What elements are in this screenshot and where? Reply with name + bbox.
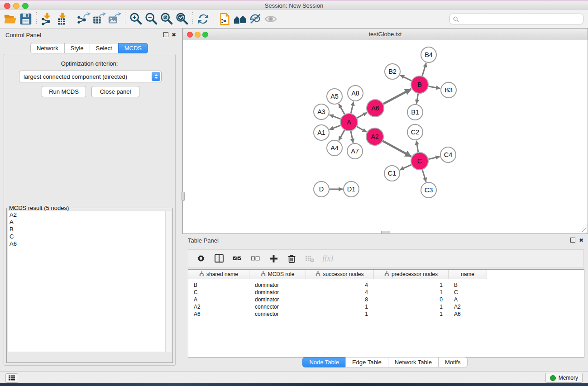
- export-image-icon[interactable]: [107, 11, 122, 27]
- column-header-shared-name[interactable]: shared name: [188, 270, 249, 279]
- zoom-in-icon[interactable]: [128, 11, 143, 27]
- tab-edge-table[interactable]: Edge Table: [345, 357, 388, 367]
- graph-edge-C-C2[interactable]: [416, 141, 418, 152]
- table-cell[interactable]: 1: [306, 303, 374, 310]
- table-cell[interactable]: C: [188, 289, 249, 296]
- graph-node-C[interactable]: C: [411, 152, 428, 170]
- graph-edge-A-A1[interactable]: [330, 125, 341, 129]
- table-cell[interactable]: dominator: [249, 281, 306, 289]
- graph-node-A5[interactable]: A5: [327, 89, 342, 104]
- table-panel-float-button[interactable]: [569, 238, 576, 244]
- splitter-handle-left[interactable]: [182, 192, 185, 201]
- table-cell[interactable]: A6: [188, 310, 249, 318]
- graph-edge-A-A8[interactable]: [351, 102, 354, 114]
- graph-edge-A-A5[interactable]: [339, 104, 344, 114]
- column-header-MCDS-role[interactable]: MCDS role: [249, 270, 306, 279]
- table-cell[interactable]: 1: [374, 303, 449, 310]
- graph-node-B[interactable]: B: [411, 76, 428, 93]
- graph-edge-A-A6[interactable]: [357, 113, 367, 118]
- graph-node-A1[interactable]: A1: [314, 125, 329, 140]
- network-document-icon[interactable]: [217, 11, 232, 27]
- mcds-result-item[interactable]: C: [8, 233, 172, 240]
- table-cell[interactable]: 1: [374, 310, 449, 318]
- mcds-result-item[interactable]: A6: [8, 240, 172, 248]
- table-cell[interactable]: 4: [306, 289, 374, 296]
- graph-edge-B-B3[interactable]: [429, 86, 440, 89]
- search-input[interactable]: [461, 14, 583, 24]
- mcds-result-item[interactable]: A2: [8, 211, 172, 219]
- table-cell[interactable]: A: [188, 296, 249, 303]
- graph-edge-C-C4[interactable]: [429, 157, 440, 159]
- graph-node-A4[interactable]: A4: [327, 140, 342, 156]
- table-cell[interactable]: A: [449, 296, 487, 303]
- table-cell[interactable]: dominator: [249, 296, 306, 303]
- graph-edge-A2-C[interactable]: [383, 141, 411, 157]
- control-panel-close-button[interactable]: ✖: [171, 32, 177, 38]
- eye-icon[interactable]: [263, 11, 278, 27]
- graph-edge-B-B4[interactable]: [422, 63, 426, 76]
- columns-icon[interactable]: [210, 251, 228, 266]
- tab-motifs[interactable]: Motifs: [438, 357, 468, 367]
- houses-icon[interactable]: [232, 11, 248, 27]
- graph-node-A2[interactable]: A2: [366, 128, 383, 145]
- table-cell[interactable]: 1: [374, 281, 449, 289]
- close-panel-button[interactable]: Close panel: [91, 86, 139, 97]
- mcds-result-item[interactable]: B: [8, 226, 172, 233]
- table-cell[interactable]: connector: [249, 303, 306, 310]
- graph-edge-A6-B[interactable]: [383, 89, 411, 104]
- export-table-icon[interactable]: [91, 11, 107, 27]
- tab-node-table[interactable]: Node Table: [302, 357, 346, 367]
- table-cell[interactable]: 1: [306, 310, 374, 318]
- open-file-icon[interactable]: [3, 11, 18, 27]
- tab-mcds[interactable]: MCDS: [118, 43, 148, 53]
- graph-node-D1[interactable]: D1: [344, 181, 359, 197]
- network-window-titlebar[interactable]: testGlobe.txt: [183, 29, 588, 40]
- graph-node-B4[interactable]: B4: [421, 47, 436, 62]
- graph-node-A6[interactable]: A6: [367, 100, 384, 117]
- table-cell[interactable]: B: [449, 281, 487, 289]
- table-cell[interactable]: 8: [306, 296, 374, 303]
- tab-select[interactable]: Select: [90, 43, 119, 53]
- table-cell[interactable]: B: [188, 281, 249, 289]
- table-cell[interactable]: A2: [449, 303, 487, 310]
- column-header-predecessor-nodes[interactable]: predecessor nodes: [374, 270, 449, 279]
- graph-node-A3[interactable]: A3: [314, 104, 329, 119]
- optimization-criterion-select[interactable]: largest connected component (directed): [19, 71, 162, 82]
- graph-edge-B-B2[interactable]: [400, 75, 411, 81]
- splitter-handle-bottom[interactable]: [381, 231, 390, 234]
- graph-node-C2[interactable]: C2: [407, 124, 423, 140]
- graph-node-C3[interactable]: C3: [421, 182, 436, 198]
- graph-node-B3[interactable]: B3: [441, 82, 456, 98]
- graph-node-A8[interactable]: A8: [348, 86, 363, 101]
- resize-grip-icon[interactable]: [582, 228, 587, 233]
- mcds-result-item[interactable]: A: [8, 219, 172, 226]
- table-cell[interactable]: connector: [249, 310, 306, 318]
- table-cell[interactable]: A6: [449, 310, 487, 318]
- task-history-button[interactable]: [5, 373, 18, 383]
- graph-edge-C-C3[interactable]: [422, 170, 426, 182]
- graph-edge-A-A7[interactable]: [351, 131, 353, 143]
- mcds-list-scrollbar[interactable]: [165, 211, 172, 352]
- settings-gear-icon[interactable]: [192, 251, 210, 266]
- graph-node-B2[interactable]: B2: [385, 64, 400, 79]
- select-all-icon[interactable]: [228, 251, 246, 266]
- table-cell[interactable]: 1: [374, 289, 449, 296]
- bird-slash-icon[interactable]: [248, 11, 263, 27]
- table-cell[interactable]: A2: [188, 303, 249, 310]
- deselect-all-icon[interactable]: [246, 251, 264, 266]
- network-graph-canvas[interactable]: B4B2BB3A8A5A6A3B1AA1C2A2A4A7C4CC1C3DD1: [183, 40, 587, 233]
- table-cell[interactable]: 0: [374, 296, 449, 303]
- graph-edge-B-B1[interactable]: [416, 94, 418, 104]
- graph-node-A7[interactable]: A7: [347, 143, 363, 159]
- export-network-icon[interactable]: [76, 11, 91, 27]
- control-panel-float-button[interactable]: [163, 32, 169, 38]
- graph-edge-C-C1[interactable]: [400, 165, 411, 170]
- refresh-icon[interactable]: [196, 11, 211, 27]
- tab-network[interactable]: Network: [30, 43, 65, 53]
- import-network-icon[interactable]: [39, 11, 55, 27]
- import-table-icon[interactable]: [55, 11, 70, 27]
- run-mcds-button[interactable]: Run MCDS: [42, 86, 86, 97]
- graph-node-B1[interactable]: B1: [407, 105, 423, 120]
- table-panel-close-button[interactable]: ✖: [578, 238, 584, 244]
- table-cell[interactable]: 4: [306, 281, 374, 289]
